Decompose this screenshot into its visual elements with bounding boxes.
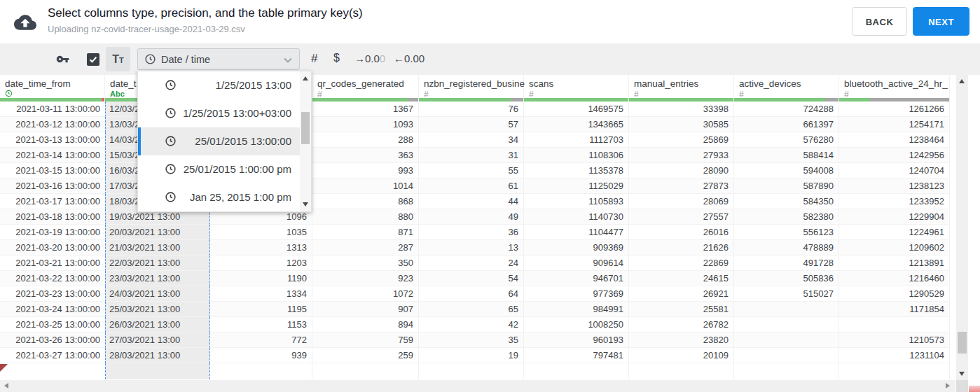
table-cell[interactable]: 505836 <box>734 271 839 286</box>
table-cell[interactable]: 993 <box>312 163 419 178</box>
table-cell[interactable]: 868 <box>312 194 419 209</box>
dropdown-scrollbar-thumb[interactable] <box>301 112 310 144</box>
table-cell[interactable]: 19 <box>419 348 524 363</box>
table-cell[interactable]: 1195 <box>210 302 312 317</box>
table-cell[interactable]: 2021-03-16 13:00:00 <box>0 178 105 194</box>
table-cell[interactable] <box>419 363 524 379</box>
table-cell[interactable] <box>839 363 950 379</box>
table-cell[interactable]: 588414 <box>734 148 839 163</box>
table-cell[interactable]: 1231104 <box>839 348 950 363</box>
table-cell[interactable]: 35 <box>419 332 524 348</box>
table-cell[interactable]: 1238123 <box>839 178 950 194</box>
table-cell[interactable]: 1233952 <box>839 194 950 209</box>
table-cell[interactable]: 2021-03-13 13:00:00 <box>0 132 105 148</box>
table-cell[interactable]: 1343665 <box>524 117 629 132</box>
table-cell[interactable]: 2021-03-22 13:00:00 <box>0 271 105 286</box>
table-cell[interactable]: 20/03/2021 13:00 <box>105 225 210 240</box>
table-cell[interactable]: 30585 <box>629 117 734 132</box>
scroll-up-icon[interactable] <box>959 79 965 83</box>
dropdown-option[interactable]: 1/25/2015 13:00 <box>138 71 301 99</box>
table-cell[interactable]: 1290529 <box>839 286 950 302</box>
table-cell[interactable]: 26016 <box>629 225 734 240</box>
table-cell[interactable]: 21/03/2021 13:00 <box>105 240 210 255</box>
include-column-checkbox[interactable] <box>87 53 99 66</box>
increase-decimal-button[interactable]: →0.00 <box>354 52 385 64</box>
table-cell[interactable]: 2021-03-18 13:00:00 <box>0 209 105 225</box>
vertical-scrollbar-thumb[interactable] <box>958 332 967 354</box>
table-cell[interactable] <box>0 363 105 379</box>
table-cell[interactable]: 27/03/2021 13:00 <box>105 332 210 348</box>
table-cell[interactable]: 960193 <box>524 332 629 348</box>
table-cell[interactable]: 2021-03-23 13:00:00 <box>0 286 105 302</box>
dropdown-option[interactable]: 25/01/2015 1:00:00 pm <box>138 155 301 183</box>
table-cell[interactable]: 1261266 <box>839 102 950 117</box>
table-cell[interactable]: 26782 <box>629 317 734 332</box>
dropdown-scrollbar[interactable] <box>300 71 311 211</box>
table-cell[interactable]: 1210573 <box>839 332 950 348</box>
table-cell[interactable]: 287 <box>312 240 419 255</box>
table-cell[interactable]: 939 <box>210 348 312 363</box>
dropdown-option[interactable]: 25/01/2015 13:00:00 <box>138 127 301 155</box>
table-cell[interactable]: 13 <box>419 240 524 255</box>
column-header-qr_codes_generated[interactable]: qr_codes_generated# <box>312 75 419 102</box>
table-cell[interactable]: 556123 <box>734 225 839 240</box>
table-cell[interactable]: 64 <box>419 286 524 302</box>
next-button[interactable]: NEXT <box>913 7 969 36</box>
table-cell[interactable]: 584350 <box>734 194 839 209</box>
table-cell[interactable]: 2021-03-19 13:00:00 <box>0 225 105 240</box>
table-cell[interactable]: 1135378 <box>524 163 629 178</box>
table-cell[interactable]: 55 <box>419 163 524 178</box>
dropdown-option[interactable]: Jan 25, 2015 1:00 pm <box>138 183 301 211</box>
table-cell[interactable]: 1153 <box>210 317 312 332</box>
table-cell[interactable]: 1171854 <box>839 302 950 317</box>
table-cell[interactable]: 21626 <box>629 240 734 255</box>
table-cell[interactable] <box>839 317 950 332</box>
table-cell[interactable]: 34 <box>419 132 524 148</box>
decrease-decimal-button[interactable]: ←0.00 <box>394 52 425 64</box>
table-cell[interactable]: 24 <box>419 255 524 271</box>
table-cell[interactable]: 25581 <box>629 302 734 317</box>
table-cell[interactable]: 491728 <box>734 255 839 271</box>
table-cell[interactable]: 2021-03-14 13:00:00 <box>0 148 105 163</box>
table-cell[interactable] <box>312 363 419 379</box>
table-cell[interactable]: 1125029 <box>524 178 629 194</box>
table-cell[interactable]: 582380 <box>734 209 839 225</box>
table-cell[interactable] <box>734 348 839 363</box>
table-cell[interactable]: 2021-03-21 13:00:00 <box>0 255 105 271</box>
table-cell[interactable]: 288 <box>312 132 419 148</box>
table-cell[interactable] <box>105 363 210 379</box>
dropdown-option[interactable]: 1/25/2015 13:00+03:00 <box>138 99 301 127</box>
table-cell[interactable]: 36 <box>419 225 524 240</box>
table-cell[interactable]: 61 <box>419 178 524 194</box>
dropdown-scroll-down-icon[interactable] <box>303 202 308 206</box>
table-cell[interactable]: 1334 <box>210 286 312 302</box>
table-cell[interactable] <box>210 363 312 379</box>
table-cell[interactable]: 1229904 <box>839 209 950 225</box>
table-cell[interactable]: 31 <box>419 148 524 163</box>
table-cell[interactable] <box>734 332 839 348</box>
table-cell[interactable]: 1203 <box>210 255 312 271</box>
table-cell[interactable]: 977369 <box>524 286 629 302</box>
table-cell[interactable]: 724288 <box>734 102 839 117</box>
table-cell[interactable]: 1140730 <box>524 209 629 225</box>
table-cell[interactable]: 907 <box>312 302 419 317</box>
table-cell[interactable]: 797481 <box>524 348 629 363</box>
table-cell[interactable]: 22/03/2021 13:00 <box>105 255 210 271</box>
table-cell[interactable]: 894 <box>312 317 419 332</box>
table-cell[interactable]: 880 <box>312 209 419 225</box>
table-cell[interactable]: 2021-03-26 13:00:00 <box>0 332 105 348</box>
table-cell[interactable]: 25869 <box>629 132 734 148</box>
dropdown-scroll-up-icon[interactable] <box>303 76 308 80</box>
table-cell[interactable]: 1093 <box>312 117 419 132</box>
scroll-down-icon[interactable] <box>959 372 965 376</box>
scroll-right-icon[interactable] <box>946 383 950 388</box>
column-header-active_devices[interactable]: active_devices# <box>734 75 839 102</box>
table-cell[interactable]: 20109 <box>629 348 734 363</box>
table-cell[interactable]: 871 <box>312 225 419 240</box>
table-cell[interactable]: 2021-03-17 13:00:00 <box>0 194 105 209</box>
table-cell[interactable] <box>629 363 734 379</box>
column-header-nzbn_registered_busine[interactable]: nzbn_registered_busine# <box>419 75 524 102</box>
table-cell[interactable]: 984991 <box>524 302 629 317</box>
table-cell[interactable]: 26921 <box>629 286 734 302</box>
table-cell[interactable]: 1072 <box>312 286 419 302</box>
